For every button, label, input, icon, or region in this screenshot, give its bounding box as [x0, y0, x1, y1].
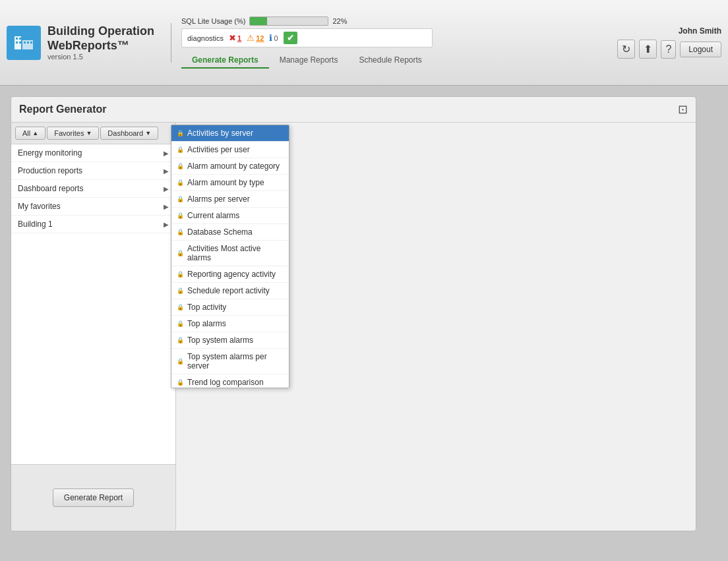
svg-rect-2 [16, 38, 18, 40]
error-count[interactable]: 1 [237, 34, 241, 42]
dropdown-item-alarm_type[interactable]: 🔒Alarm amount by type [171, 175, 289, 191]
dropdown-item-label: Top system alarms [187, 336, 253, 345]
dropdown-item-db_schema[interactable]: 🔒Database Schema [171, 224, 289, 241]
app-header: Building Operation WebReports™ version 1… [0, 0, 728, 86]
upload-button[interactable]: ⬆ [639, 40, 657, 59]
tree-item-production-label: Production reports [18, 166, 82, 175]
filter-all-button[interactable]: All ▲ [15, 127, 46, 140]
diag-error: ✖ 1 [229, 33, 241, 43]
sql-label: SQL Lite Usage (%) [181, 17, 245, 25]
dropdown-item-top_alarms[interactable]: 🔒Top alarms [171, 316, 289, 332]
tree-item-dashboard-label: Dashboard reports [18, 184, 83, 193]
lock-icon: 🔒 [177, 358, 184, 365]
dropdown-item-activities_server[interactable]: 🔒Activities by server [171, 125, 289, 142]
tree-item-favorites-label: My favorites [18, 202, 61, 211]
sql-progress-bar [249, 16, 328, 26]
dropdown-item-label: Top system alarms per server [187, 352, 284, 370]
tree-item-building[interactable]: Building 1 ▶ [11, 216, 175, 233]
filter-dashboard-label: Dashboard [107, 129, 143, 137]
dropdown-item-label: Alarms per server [187, 194, 250, 204]
svg-rect-4 [16, 42, 18, 44]
filter-dashboard-button[interactable]: Dashboard ▼ [100, 127, 158, 140]
dropdown-item-top_sys_server[interactable]: 🔒Top system alarms per server [171, 349, 289, 374]
tree-item-dashboard[interactable]: Dashboard reports ▶ [11, 180, 175, 198]
tree-item-building-label: Building 1 [18, 220, 53, 229]
lock-icon: 🔒 [177, 179, 184, 186]
tree-item-production-arrow: ▶ [164, 167, 169, 175]
diag-warn: ⚠ 12 [247, 33, 264, 43]
generate-report-button[interactable]: Generate Report [53, 488, 134, 507]
dropdown-item-label: Database Schema [187, 227, 253, 237]
user-name: John Smith [679, 26, 721, 36]
logout-button[interactable]: Logout [680, 42, 721, 57]
app-title: Building Operation WebReports™ version 1… [47, 24, 154, 61]
svg-rect-5 [19, 42, 21, 44]
svg-rect-7 [27, 42, 29, 44]
lock-icon: 🔒 [177, 250, 184, 256]
filter-bar: All ▲ Favorites ▼ Dashboard ▼ [11, 123, 175, 144]
tab-schedule-reports[interactable]: Schedule Reports [348, 53, 432, 69]
app-logo [7, 26, 41, 60]
error-icon: ✖ [229, 33, 236, 43]
dropdown-item-top_activity[interactable]: 🔒Top activity [171, 299, 289, 316]
filter-dashboard-arrow: ▼ [145, 130, 151, 136]
panel-expand-icon[interactable]: ⊡ [678, 102, 688, 117]
dropdown-item-top_sys_alarms[interactable]: 🔒Top system alarms [171, 332, 289, 349]
tree-item-production[interactable]: Production reports ▶ [11, 162, 175, 180]
lock-icon: 🔒 [177, 320, 184, 327]
tree-item-dashboard-arrow: ▶ [164, 185, 169, 192]
right-content: 🔒Activities by server🔒Activities per use… [176, 123, 696, 530]
tree-item-energy-label: Energy monitoring [18, 148, 82, 158]
left-panel: All ▲ Favorites ▼ Dashboard ▼ Energy mon… [11, 123, 176, 530]
tree-item-energy[interactable]: Energy monitoring ▶ [11, 144, 175, 162]
panel-header: Report Generator ⊡ [11, 97, 696, 123]
filter-favorites-button[interactable]: Favorites ▼ [47, 127, 99, 140]
dropdown-item-schedule_activity[interactable]: 🔒Schedule report activity [171, 283, 289, 299]
sql-progress-fill [250, 17, 267, 25]
nav-tabs: Generate Reports Manage Reports Schedule… [181, 53, 433, 69]
lock-icon: 🔒 [177, 130, 184, 136]
dropdown-item-label: Alarm amount by category [187, 162, 280, 171]
dropdown-item-label: Top activity [187, 303, 226, 312]
dropdown-item-trend_log[interactable]: 🔒Trend log comparison [171, 374, 289, 388]
lock-icon: 🔒 [177, 337, 184, 343]
report-generator-panel: Report Generator ⊡ All ▲ Favorites ▼ Das… [11, 96, 696, 531]
tab-generate-reports[interactable]: Generate Reports [181, 53, 269, 69]
svg-rect-8 [30, 42, 32, 44]
dropdown-item-label: Alarm amount by type [187, 178, 264, 187]
header-actions: John Smith ↻ ⬆ ? Logout [617, 26, 721, 59]
dropdown-item-most_active[interactable]: 🔒Activities Most active alarms [171, 241, 289, 266]
lock-icon: 🔒 [177, 271, 184, 278]
header-nav: SQL Lite Usage (%) 22% diagnostics ✖ 1 ⚠… [181, 16, 433, 69]
tree-item-favorites[interactable]: My favorites ▶ [11, 198, 175, 216]
dropdown-item-label: Activities per user [187, 145, 250, 154]
tab-manage-reports[interactable]: Manage Reports [269, 53, 349, 69]
dropdown-item-label: Activities Most active alarms [187, 244, 284, 262]
warn-count[interactable]: 12 [256, 34, 264, 42]
dropdown-item-activities_user[interactable]: 🔒Activities per user [171, 142, 289, 158]
app-name-line2: WebReports™ [47, 39, 154, 53]
dropdown-item-agency_activity[interactable]: 🔒Reporting agency activity [171, 266, 289, 283]
tree-item-favorites-arrow: ▶ [164, 203, 169, 210]
lock-icon: 🔒 [177, 229, 184, 235]
dropdown-item-alarm_category[interactable]: 🔒Alarm amount by category [171, 158, 289, 175]
diag-label: diagnostics [187, 34, 224, 42]
lock-icon: 🔒 [177, 196, 184, 202]
dropdown-item-alarms_server[interactable]: 🔒Alarms per server [171, 191, 289, 208]
sql-pct: 22% [332, 17, 347, 25]
svg-rect-3 [19, 38, 21, 40]
filter-favorites-label: Favorites [54, 129, 84, 137]
diag-status-ok: ✔ [284, 32, 297, 44]
svg-rect-6 [24, 42, 26, 44]
dropdown-item-current_alarms[interactable]: 🔒Current alarms [171, 208, 289, 224]
refresh-button[interactable]: ↻ [617, 40, 635, 59]
lock-icon: 🔒 [177, 163, 184, 169]
diag-info: ℹ 0 [269, 33, 278, 43]
bottom-section: Generate Report [11, 464, 175, 530]
lock-icon: 🔒 [177, 379, 184, 386]
app-name-line1: Building Operation [47, 24, 154, 39]
action-buttons: ↻ ⬆ ? Logout [617, 40, 721, 59]
warn-icon: ⚠ [247, 33, 255, 43]
report-panel-body: All ▲ Favorites ▼ Dashboard ▼ Energy mon… [11, 123, 696, 530]
help-button[interactable]: ? [661, 40, 676, 59]
